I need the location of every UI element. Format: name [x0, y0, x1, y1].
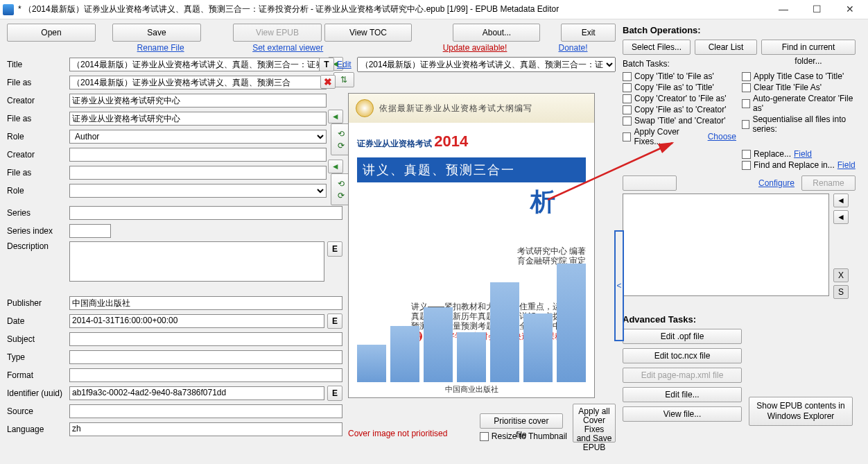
cover-title: 证券业从业资格考试 2014 — [349, 123, 594, 155]
creator1-copy-button[interactable]: ◄ — [328, 110, 343, 123]
subject-input[interactable] — [69, 332, 342, 346]
file-dropdown[interactable]: （2014最新版）证券业从业资格考试讲义、真题、预测三合一：证 — [357, 57, 616, 72]
donate-link[interactable]: Donate! — [539, 43, 608, 54]
cb-titlecase[interactable] — [742, 72, 751, 81]
creator2-label: Creator — [7, 150, 69, 160]
description-input[interactable] — [69, 241, 324, 282]
creator2-fileas-input[interactable] — [69, 166, 327, 180]
description-label: Description — [7, 241, 69, 251]
collapse-preview-button[interactable]: < — [614, 230, 624, 341]
batch-rename-button: Rename — [801, 175, 856, 191]
edit-toc-button[interactable]: Edit toc.ncx file — [623, 348, 742, 363]
resize-thumbnail-checkbox[interactable] — [480, 432, 489, 441]
date-input[interactable]: 2014-01-31T16:00:00+00:00 — [69, 314, 324, 328]
edit-file-button[interactable]: Edit file... — [623, 387, 742, 402]
window-title: * （2014最新版）证券业从业资格考试讲义、真题、预测三合一：证券投资分析 -… — [18, 3, 768, 15]
cb-swap-title-creator[interactable] — [623, 117, 632, 126]
view-file-button[interactable]: View file... — [623, 406, 742, 422]
replace-field-link[interactable]: Field — [794, 149, 812, 159]
exit-button[interactable]: Exit — [561, 24, 616, 42]
view-toc-button[interactable]: View TOC — [324, 24, 412, 42]
date-edit-button[interactable]: E — [327, 313, 342, 329]
date-label: Date — [7, 316, 69, 326]
title-input[interactable]: （2014最新版）证券业从业资格考试讲义、真题、预测三合一：证券 — [69, 58, 327, 71]
cover-preview: 依据最新证券业从业资格考试大纲编写 证券业从业资格考试 2014 讲义、真题、预… — [348, 93, 595, 398]
role1-select[interactable]: Author — [69, 130, 327, 144]
publisher-label: Publisher — [7, 298, 69, 308]
fileas-delete-button[interactable]: ✖ — [320, 75, 336, 89]
cb-clear-title-fileas[interactable] — [742, 83, 751, 92]
cb-sequentialise[interactable] — [742, 120, 749, 129]
cb-creator-to-fileas[interactable] — [623, 94, 632, 103]
role2-select[interactable] — [69, 184, 327, 198]
title-edit-link[interactable]: Edit — [337, 60, 351, 69]
clear-list-button[interactable]: Clear List — [695, 40, 757, 55]
type-input[interactable] — [69, 350, 342, 364]
creator1-fileas-input[interactable]: 证券业从业资格考试研究中心 — [69, 112, 327, 126]
list-remove-button[interactable]: X — [833, 268, 849, 282]
source-label: Source — [7, 406, 69, 416]
creator2-copy-button[interactable]: ◄ — [328, 160, 343, 173]
apply-fixes-button[interactable]: Apply all Cover Fixes and Save EPUB — [573, 404, 616, 442]
cover-bars-graphic — [349, 257, 594, 382]
source-input[interactable] — [69, 404, 342, 418]
set-external-viewer-link[interactable]: Set external viewer — [243, 43, 332, 54]
creator1-label: Creator — [7, 96, 69, 105]
language-input[interactable]: zh — [69, 422, 342, 436]
subject-label: Subject — [7, 334, 69, 344]
series-input[interactable] — [69, 206, 342, 220]
cb-find-replace[interactable] — [742, 161, 751, 170]
creator1-fileas-label: File as — [7, 114, 69, 123]
identifier-input[interactable]: ab1f9a3c-0002-4ad2-9e40-8a7386f071dd — [69, 386, 324, 400]
identifier-edit-button[interactable]: E — [327, 386, 342, 401]
title-fileas-label: File as — [7, 78, 69, 87]
creator2-input[interactable] — [69, 148, 327, 162]
title-edit-t-button[interactable]: T — [319, 58, 334, 71]
titlebar: * （2014最新版）证券业从业资格考试讲义、真题、预测三合一：证券投资分析 -… — [0, 0, 868, 19]
edit-pagemap-button: Edit page-map.xml file — [623, 368, 742, 383]
cover-header-text: 依据最新证券业从业资格考试大纲编写 — [379, 103, 532, 114]
identifier-label: Identifier (uuid) — [7, 388, 69, 398]
title-fileas-input[interactable]: （2014最新版）证券业从业资格考试讲义、真题、预测三合 — [69, 76, 327, 89]
maximize-button[interactable]: ☐ — [801, 2, 832, 17]
cb-fileas-to-title[interactable] — [623, 83, 632, 92]
about-button[interactable]: About... — [453, 24, 540, 42]
choose-link[interactable]: Choose — [708, 132, 736, 141]
minimize-button[interactable]: — — [768, 2, 799, 17]
list-up-icon: ◄ — [833, 194, 849, 207]
creator1-input[interactable]: 证券业从业资格考试研究中心 — [69, 94, 327, 108]
cb-replace[interactable] — [742, 150, 751, 159]
role2-label: Role — [7, 186, 69, 196]
list-save-button[interactable]: S — [833, 285, 849, 299]
show-explorer-button[interactable]: Show EPUB contents in Windows Explorer — [749, 397, 853, 426]
batch-file-list[interactable] — [623, 194, 829, 296]
edit-opf-button[interactable]: Edit .opf file — [623, 329, 742, 344]
rename-file-link[interactable]: Rename File — [116, 43, 205, 54]
batch-operations-title: Batch Operations: — [623, 25, 856, 35]
prioritise-cover-button[interactable]: Prioritise cover file — [480, 413, 563, 429]
publisher-input[interactable]: 中国商业出版社 — [69, 296, 342, 310]
cb-fileas-to-creator[interactable] — [623, 105, 632, 114]
open-button[interactable]: Open — [7, 24, 96, 42]
cover-footer: 中国商业出版社 — [349, 384, 594, 395]
cover-badge-icon — [356, 99, 374, 117]
configure-link[interactable]: Configure — [758, 178, 795, 188]
select-files-button[interactable]: Select Files... — [623, 40, 691, 55]
format-input[interactable] — [69, 368, 342, 382]
update-available-link[interactable]: Update available! — [419, 43, 530, 54]
cb-title-to-fileas[interactable] — [623, 72, 632, 81]
save-button[interactable]: Save — [112, 24, 201, 42]
findreplace-field-link[interactable]: Field — [837, 160, 856, 170]
creator2-fileas-label: File as — [7, 168, 69, 178]
description-edit-button[interactable]: E — [327, 241, 342, 257]
preview-panel: View TOC About... Exit Update available!… — [347, 19, 617, 463]
series-name-input[interactable] — [754, 135, 856, 148]
cb-autogen-creator-fileas[interactable] — [742, 99, 750, 108]
close-button[interactable]: ✕ — [835, 2, 865, 17]
find-folder-button[interactable]: Find in current folder... — [761, 40, 856, 55]
cb-apply-cover-fixes[interactable] — [623, 132, 631, 141]
app-icon — [3, 4, 14, 15]
list-down-icon: ◄ — [833, 210, 849, 224]
language-label: Language — [7, 424, 69, 434]
series-index-input[interactable] — [69, 224, 111, 238]
